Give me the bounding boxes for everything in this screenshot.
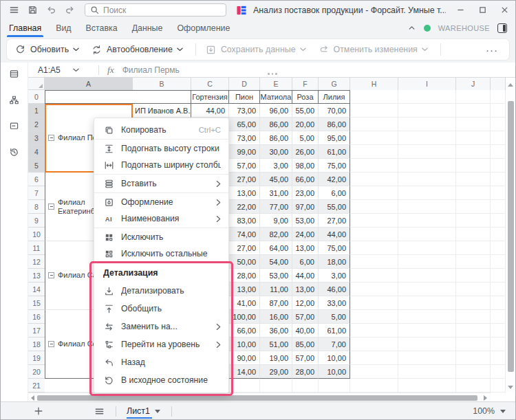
- empty-cell[interactable]: [456, 90, 491, 104]
- empty-cell[interactable]: [350, 241, 398, 255]
- menu-item[interactable]: Исключить: [94, 229, 228, 245]
- data-cell[interactable]: 13,00: [292, 283, 319, 296]
- empty-cell[interactable]: [398, 145, 456, 159]
- data-cell[interactable]: 73,00: [229, 104, 260, 118]
- data-cell[interactable]: 53,00: [260, 269, 292, 283]
- empty-cell[interactable]: [350, 145, 398, 159]
- undo-icon[interactable]: [46, 5, 56, 15]
- collapse-icon[interactable]: [48, 272, 54, 278]
- empty-cell[interactable]: [491, 118, 506, 131]
- column-header[interactable]: G: [319, 78, 350, 90]
- empty-cell[interactable]: [398, 255, 456, 269]
- column-header[interactable]: B: [133, 78, 191, 90]
- row-header[interactable]: 18: [28, 338, 45, 351]
- empty-cell[interactable]: [398, 214, 456, 228]
- data-cell[interactable]: 26,00: [292, 145, 319, 159]
- empty-cell[interactable]: [350, 296, 398, 310]
- empty-cell[interactable]: [229, 379, 260, 393]
- empty-cell[interactable]: [456, 131, 491, 145]
- empty-cell[interactable]: [350, 214, 398, 228]
- empty-cell[interactable]: [456, 200, 491, 214]
- data-cell[interactable]: 86,00: [260, 118, 292, 131]
- row-header[interactable]: 16: [28, 310, 45, 324]
- empty-cell[interactable]: [491, 296, 506, 310]
- column-header[interactable]: D: [229, 78, 260, 90]
- formula-bar-resize-handle[interactable]: [268, 73, 277, 75]
- row-header[interactable]: 0: [28, 90, 45, 104]
- data-cell[interactable]: 3,00: [260, 159, 292, 173]
- redo-icon[interactable]: [65, 5, 75, 15]
- data-cell[interactable]: 57,00: [292, 351, 319, 365]
- row-header[interactable]: 7: [28, 186, 45, 200]
- caret-down-icon[interactable]: [500, 410, 506, 413]
- empty-cell[interactable]: [491, 379, 506, 393]
- empty-cell[interactable]: [456, 159, 491, 173]
- empty-cell[interactable]: [398, 131, 456, 145]
- column-header[interactable]: [491, 78, 506, 90]
- data-cell[interactable]: 16,00: [260, 310, 292, 324]
- data-cell[interactable]: 64,00: [260, 241, 292, 255]
- data-cell[interactable]: 7,00: [319, 338, 350, 351]
- row-header[interactable]: 11: [28, 241, 45, 255]
- ribbon-tab[interactable]: Главная: [9, 21, 41, 35]
- menu-item[interactable]: Заменить на...: [94, 318, 228, 335]
- data-cell[interactable]: 13,00: [229, 186, 260, 200]
- comment-icon[interactable]: [9, 121, 19, 131]
- empty-cell[interactable]: [350, 365, 398, 379]
- row-header[interactable]: 6: [28, 173, 45, 186]
- data-cell[interactable]: 66,00: [229, 324, 260, 338]
- data-cell[interactable]: 50,00: [229, 255, 260, 269]
- flower-header-cell[interactable]: Гортензия: [191, 90, 229, 104]
- empty-cell[interactable]: [398, 173, 456, 186]
- data-cell[interactable]: 57,00: [229, 159, 260, 173]
- flower-header-cell[interactable]: Роза: [292, 90, 319, 104]
- data-cell[interactable]: 54,00: [260, 255, 292, 269]
- data-cell[interactable]: 61,00: [319, 324, 350, 338]
- empty-cell[interactable]: [350, 310, 398, 324]
- data-cell[interactable]: 29,00: [260, 365, 292, 379]
- empty-cell[interactable]: [398, 90, 456, 104]
- empty-cell[interactable]: [350, 173, 398, 186]
- row-header[interactable]: 10: [28, 228, 45, 241]
- data-cell[interactable]: 75,00: [319, 159, 350, 173]
- empty-cell[interactable]: [456, 324, 491, 338]
- toolbar-more-button[interactable]: ···: [486, 44, 501, 56]
- data-cell[interactable]: 27,00: [229, 241, 260, 255]
- data-cell[interactable]: 12,00: [292, 296, 319, 310]
- data-cell[interactable]: 13,00: [292, 241, 319, 255]
- data-cell[interactable]: 53,00: [292, 214, 319, 228]
- vertical-scroll-thumb[interactable]: [508, 101, 514, 372]
- empty-cell[interactable]: [398, 228, 456, 241]
- data-cell[interactable]: 28,00: [229, 269, 260, 283]
- data-cell[interactable]: 87,00: [260, 296, 292, 310]
- sheet-list-icon[interactable]: [94, 406, 105, 417]
- empty-cell[interactable]: [350, 200, 398, 214]
- data-cell[interactable]: 98,00: [292, 159, 319, 173]
- empty-cell[interactable]: [491, 324, 506, 338]
- empty-cell[interactable]: [350, 338, 398, 351]
- empty-cell[interactable]: [350, 228, 398, 241]
- empty-cell[interactable]: [319, 379, 350, 393]
- row-header[interactable]: 21: [28, 379, 45, 393]
- data-cell[interactable]: 44,00: [191, 104, 229, 118]
- data-cell[interactable]: 31,00: [260, 186, 292, 200]
- data-cell[interactable]: 44,00: [292, 269, 319, 283]
- empty-cell[interactable]: [456, 310, 491, 324]
- data-cell[interactable]: 20,00: [292, 118, 319, 131]
- search-input[interactable]: Поиск: [85, 3, 226, 16]
- minimize-button[interactable]: [449, 1, 471, 19]
- row-header[interactable]: 5: [28, 159, 45, 173]
- menu-item[interactable]: КопироватьCtrl+C: [94, 122, 228, 138]
- empty-cell[interactable]: [491, 283, 506, 296]
- empty-cell[interactable]: [491, 159, 506, 173]
- data-cell[interactable]: 6,00: [292, 255, 319, 269]
- empty-cell[interactable]: [350, 131, 398, 145]
- flower-header-cell[interactable]: Пион: [229, 90, 260, 104]
- empty-cell[interactable]: [456, 379, 491, 393]
- empty-cell[interactable]: [398, 283, 456, 296]
- empty-cell[interactable]: [350, 159, 398, 173]
- empty-cell[interactable]: [456, 296, 491, 310]
- data-cell[interactable]: 6,00: [319, 186, 350, 200]
- data-cell[interactable]: 96,00: [260, 104, 292, 118]
- empty-cell[interactable]: [398, 351, 456, 365]
